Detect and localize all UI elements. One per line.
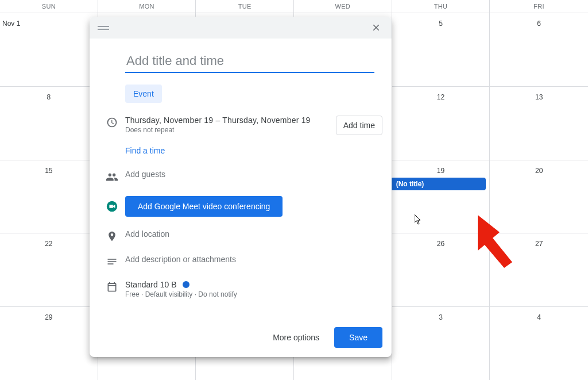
clock-icon [106,117,118,128]
calendar-color-dot [183,281,189,288]
day-cell[interactable]: 26 [392,233,490,306]
day-cell[interactable]: Nov 1 [0,13,98,86]
dialog-body: Event Thursday, November 19 – Thursday, … [90,39,392,314]
add-time-button[interactable]: Add time [336,116,382,135]
day-cell[interactable]: 12 [392,87,490,160]
day-cell[interactable]: 8 [0,87,98,160]
day-header: THU [392,0,490,13]
google-meet-icon [106,200,118,213]
date-display[interactable]: Thursday, November 19 – Thursday, Novemb… [125,116,336,134]
people-icon [106,171,118,183]
day-number[interactable]: 13 [490,93,588,101]
day-number[interactable]: 22 [0,240,98,248]
day-number[interactable]: Nov 1 [2,20,20,28]
calendar-sub-label: Free · Default visibility · Do not notif… [125,290,382,298]
day-header-row: SUN MON TUE WED THU FRI [0,0,588,13]
day-cell[interactable]: 29 [0,307,98,380]
save-button[interactable]: Save [334,327,382,348]
day-number[interactable]: 27 [490,240,588,248]
title-input[interactable] [125,52,374,73]
day-header: MON [98,0,196,13]
tab-event[interactable]: Event [125,85,162,103]
day-cell[interactable]: 27 [490,233,588,306]
day-cell[interactable]: 20 [490,160,588,233]
date-time-row: Thursday, November 19 – Thursday, Novemb… [99,116,382,135]
dialog-header[interactable] [90,17,392,39]
day-header: WED [294,0,392,13]
day-number[interactable]: 26 [392,240,490,248]
day-cell[interactable]: 15 [0,160,98,233]
notes-icon [106,256,118,267]
day-number[interactable]: 8 [0,93,98,101]
day-number[interactable]: 15 [0,167,98,175]
start-date[interactable]: Thursday, November 19 [125,116,213,125]
close-icon [371,22,381,33]
day-number[interactable]: 20 [490,167,588,175]
dialog-actions: More options Save [90,314,392,357]
calendar-name-label: Standard 10 B [125,280,177,289]
day-cell[interactable]: 22 [0,233,98,306]
add-guests-field[interactable]: Add guests [125,170,382,179]
day-cell[interactable]: 19 (No title) [392,160,490,233]
day-cell[interactable]: 6 [490,13,588,86]
day-cell[interactable]: 4 [490,307,588,380]
day-number[interactable]: 5 [392,20,490,28]
day-number[interactable]: 4 [490,313,588,321]
day-cell[interactable]: 3 [392,307,490,380]
location-pin-icon [106,231,118,242]
day-header: TUE [196,0,294,13]
day-header: SUN [0,0,98,13]
calendar-select[interactable]: Standard 10 B Free · Default visibility … [125,280,382,298]
day-number[interactable]: 29 [0,313,98,321]
end-date[interactable]: Thursday, November 19 [222,116,310,125]
event-type-tabs: Event [125,85,382,103]
add-location-field[interactable]: Add location [125,229,382,239]
quick-create-dialog: Event Thursday, November 19 – Thursday, … [90,17,392,357]
day-number[interactable]: 6 [490,20,588,28]
day-number[interactable]: 12 [392,93,490,101]
day-cell[interactable]: 5 [392,13,490,86]
day-header: FRI [490,0,588,13]
date-separator: – [213,116,222,125]
day-number[interactable]: 3 [392,313,490,321]
more-options-button[interactable]: More options [268,327,324,348]
close-button[interactable] [366,18,386,37]
event-chip[interactable]: (No title) [390,178,486,190]
day-cell[interactable]: 13 [490,87,588,160]
event-chip-label: (No title) [396,180,424,188]
drag-handle-icon[interactable] [98,24,109,32]
calendar-icon [106,281,118,293]
recurrence-text[interactable]: Does not repeat [125,126,336,134]
add-google-meet-button[interactable]: Add Google Meet video conferencing [125,196,283,217]
find-a-time-link[interactable]: Find a time [125,146,165,155]
add-description-field[interactable]: Add description or attachments [125,255,382,264]
day-number[interactable]: 19 [392,167,490,175]
